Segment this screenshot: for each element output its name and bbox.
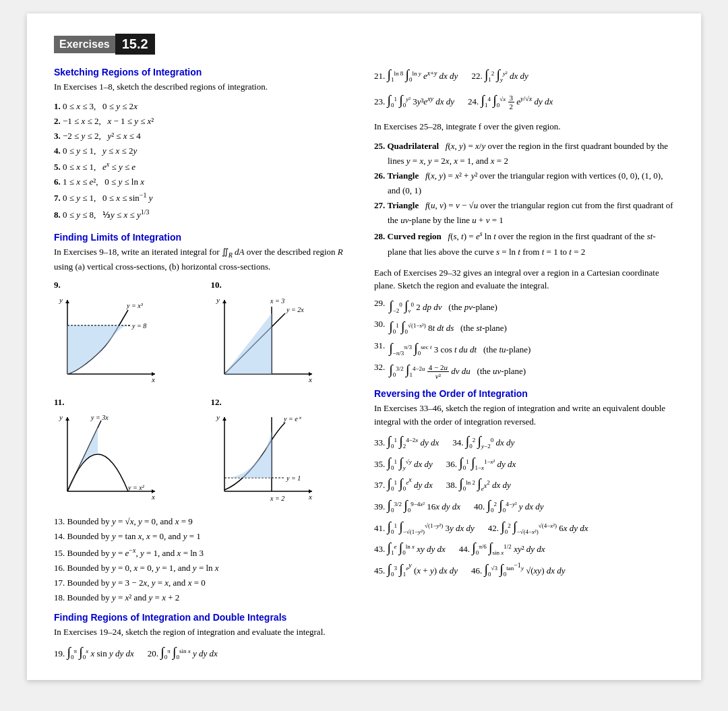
list-item: 26. Triangle f(x, y) = x² + y² over the … xyxy=(374,168,674,198)
ex-39: 39. ∫03/2 ∫09−4x² 16x dy dx xyxy=(374,497,460,514)
ex-35: 35. ∫01 ∫y√y dx dy xyxy=(374,455,433,471)
ex-31: 31. ∫−π/3π/3 ∫0sec t 3 cos t du dt (the … xyxy=(374,340,674,357)
reversing-title: Reversing the Order of Integration xyxy=(374,388,674,399)
list-item: 14. Bounded by y = tan x, x = 0, and y =… xyxy=(54,529,354,544)
reversing-desc: In Exercises 33–46, sketch the region of… xyxy=(374,402,674,428)
list-item: 13. Bounded by y = √x, y = 0, and x = 9 xyxy=(54,514,354,529)
svg-text:x: x xyxy=(308,375,312,383)
ex-39-40-row: 39. ∫03/2 ∫09−4x² 16x dy dx 40. ∫02 ∫04−… xyxy=(374,497,674,514)
graph-9: 9. x y y = x³ y = 8 xyxy=(54,280,198,390)
left-column: Sketching Regions of Integration In Exer… xyxy=(54,67,354,660)
list-item: 15. Bounded by y = e−x, y = 1, and x = l… xyxy=(54,545,354,561)
ex-19-20-row: 19. ∫0π ∫0x x sin y dy dx 20. ∫0π ∫0sin … xyxy=(54,644,354,660)
list-item: 27. Triangle f(u, v) = v − √u over the t… xyxy=(374,198,674,228)
section-number: 15.2 xyxy=(115,34,155,55)
svg-text:y: y xyxy=(216,413,220,421)
list-item: 2. −1 ≤ x ≤ 2, x − 1 ≤ y ≤ x² xyxy=(54,114,354,129)
graph-9-label: 9. xyxy=(54,280,198,290)
ex-45: 45. ∫03 ∫1ey (x + y) dx dy xyxy=(374,561,458,578)
ex-45-46-row: 45. ∫03 ∫1ey (x + y) dx dy 46. ∫0√3 ∫0ta… xyxy=(374,561,674,578)
svg-marker-38 xyxy=(222,417,226,421)
ex-43-44-row: 43. ∫1e ∫0ln x xy dy dx 44. ∫0π/6 ∫sin x… xyxy=(374,540,674,556)
finding-desc: In Exercises 9–18, write an iterated int… xyxy=(54,245,354,273)
sketching-desc: In Exercises 1–8, sketch the described r… xyxy=(54,80,354,94)
ex-41-42-row: 41. ∫01 ∫−√(1−y²)√(1−y²) 3y dx dy 42. ∫0… xyxy=(374,519,674,535)
svg-marker-18 xyxy=(222,300,226,303)
svg-text:x = 3: x = 3 xyxy=(270,297,284,305)
ex-37-38-row: 37. ∫01 ∫0ex dy dx 38. ∫0ln 2 ∫ex2 dx dy xyxy=(374,476,674,492)
graph-10-svg: x y y = 2x x = 3 xyxy=(211,293,319,388)
list-item: 16. Bounded by y = 0, x = 0, y = 1, and … xyxy=(54,561,354,576)
svg-text:y = 3x: y = 3x xyxy=(90,414,109,421)
svg-text:y: y xyxy=(59,413,63,421)
right-column: 21. ∫1ln 8 ∫0ln y ex+y dx dy 22. ∫12 ∫yy… xyxy=(374,67,674,660)
graph-11: 11. x y y = 3x y = x² xyxy=(54,397,198,507)
bounded-list: 13. Bounded by y = √x, y = 0, and x = 9 … xyxy=(54,514,354,605)
ex-24: 24. ∫14 ∫0√x 32 ey/√x dy dx xyxy=(468,92,553,111)
ex-21-22-row: 21. ∫1ln 8 ∫0ln y ex+y dx dy 22. ∫12 ∫yy… xyxy=(374,67,674,83)
ex-35-36-row: 35. ∫01 ∫y√y dx dy 36. ∫01 ∫1−x1−x² dy d… xyxy=(374,455,674,471)
page: Exercises 15.2 Sketching Regions of Inte… xyxy=(27,13,701,680)
svg-text:y = eˣ: y = eˣ xyxy=(283,415,302,423)
sketching-list: 1. 0 ≤ x ≤ 3, 0 ≤ y ≤ 2x 2. −1 ≤ x ≤ 2, … xyxy=(54,99,354,223)
finding-title: Finding Limits of Integration xyxy=(54,232,354,243)
graph-12: 12. x y y = eˣ y = 1 x = xyxy=(211,397,355,507)
graphs-row-1: 9. x y y = x³ y = 8 xyxy=(54,280,354,390)
ex-32: 32. ∫03/2 ∫14−2u 4 − 2uv² dv du (the uv-… xyxy=(374,362,674,381)
list-item: 25. Quadrilateral f(x, y) = x/y over the… xyxy=(374,139,674,168)
ex-21: 21. ∫1ln 8 ∫0ln y ex+y dx dy xyxy=(374,67,458,83)
list-item: 1. 0 ≤ x ≤ 3, 0 ≤ y ≤ 2x xyxy=(54,99,354,114)
ex-29-32-desc: Each of Exercises 29–32 gives an integra… xyxy=(374,266,674,292)
ex-42: 42. ∫02 ∫−√(4−x²)√(4−x²) 6x dy dx xyxy=(488,519,588,535)
graph-9-svg: x y y = x³ y = 8 xyxy=(54,293,162,388)
ex-20: 20. ∫0π ∫0sin x y dy dx xyxy=(148,644,218,660)
ex-41: 41. ∫01 ∫−√(1−y²)√(1−y²) 3y dx dy xyxy=(374,519,475,535)
svg-text:y = 2x: y = 2x xyxy=(286,306,304,313)
svg-text:y = x³: y = x³ xyxy=(126,302,144,309)
ex-43: 43. ∫1e ∫0ln x xy dy dx xyxy=(374,540,446,556)
ex-23-24-row: 23. ∫01 ∫0y² 3y³exy dx dy 24. ∫14 ∫0√x 3… xyxy=(374,92,674,111)
finding2-desc: In Exercises 19–24, sketch the region of… xyxy=(54,625,354,639)
header: Exercises 15.2 xyxy=(54,34,155,55)
ex-25-28-list: 25. Quadrilateral f(x, y) = x/y over the… xyxy=(374,139,674,259)
svg-text:x = 2: x = 2 xyxy=(270,495,284,502)
ex-37: 37. ∫01 ∫0ex dy dx xyxy=(374,476,433,492)
svg-text:x: x xyxy=(151,375,155,383)
ex-36: 36. ∫01 ∫1−x1−x² dy dx xyxy=(446,455,516,471)
ex-30: 30. ∫01 ∫0√(1−s²) 8t dt ds (the st-plane… xyxy=(374,319,674,335)
graphs-row-2: 11. x y y = 3x y = x² xyxy=(54,397,354,507)
ex-33: 33. ∫01 ∫24−2x dy dx xyxy=(374,433,439,450)
graph-11-svg: x y y = 3x y = x² xyxy=(54,410,162,505)
svg-text:x: x xyxy=(308,493,312,501)
svg-text:y: y xyxy=(59,296,63,304)
list-item: 28. Curved region f(s, t) = es ln t over… xyxy=(374,228,674,259)
ex-25-28-desc: In Exercises 25–28, integrate f over the… xyxy=(374,120,674,133)
list-item: 3. −2 ≤ y ≤ 2, y² ≤ x ≤ 4 xyxy=(54,129,354,144)
graph-11-label: 11. xyxy=(54,397,198,408)
svg-text:y: y xyxy=(216,296,220,304)
svg-text:x: x xyxy=(151,493,155,501)
graph-10: 10. x y y = 2x x = 3 xyxy=(211,280,355,390)
ex-44: 44. ∫0π/6 ∫sin x1/2 xy² dy dx xyxy=(459,540,545,556)
graph-10-label: 10. xyxy=(211,280,355,290)
list-item: 18. Bounded by y = x² and y = x + 2 xyxy=(54,590,354,605)
ex-46: 46. ∫0√3 ∫0tan−1y √(xy) dx dy xyxy=(471,561,565,578)
ex-29: 29. ∫−20 ∫v0 2 dp dv (the pv-plane) xyxy=(374,298,674,314)
list-item: 17. Bounded by y = 3 − 2x, y = x, and x … xyxy=(54,576,354,590)
finding2-title: Finding Regions of Integration and Doubl… xyxy=(54,612,354,623)
graph-12-label: 12. xyxy=(211,397,355,408)
list-item: 8. 0 ≤ y ≤ 8, ⅓y ≤ x ≤ y1/3 xyxy=(54,206,354,222)
svg-marker-8 xyxy=(65,300,69,303)
ex-34: 34. ∫02 ∫y−20 dx dy xyxy=(452,433,514,450)
list-item: 4. 0 ≤ y ≤ 1, y ≤ x ≤ 2y xyxy=(54,144,354,158)
svg-text:y = 1: y = 1 xyxy=(286,474,301,482)
ex-40: 40. ∫02 ∫04−y² y dx dy xyxy=(474,497,544,514)
svg-text:y = x²: y = x² xyxy=(127,484,145,491)
list-item: 5. 0 ≤ x ≤ 1, ex ≤ y ≤ e xyxy=(54,158,354,175)
list-item: 7. 0 ≤ y ≤ 1, 0 ≤ x ≤ sin−1 y xyxy=(54,189,354,206)
sketching-title: Sketching Regions of Integration xyxy=(54,67,354,78)
ex-33-34-row: 33. ∫01 ∫24−2x dy dx 34. ∫02 ∫y−20 dx dy xyxy=(374,433,674,450)
svg-text:y = 8: y = 8 xyxy=(131,322,146,330)
graph-12-svg: x y y = eˣ y = 1 x = 2 xyxy=(211,410,319,505)
ex-38: 38. ∫0ln 2 ∫ex2 dx dy xyxy=(446,476,511,492)
